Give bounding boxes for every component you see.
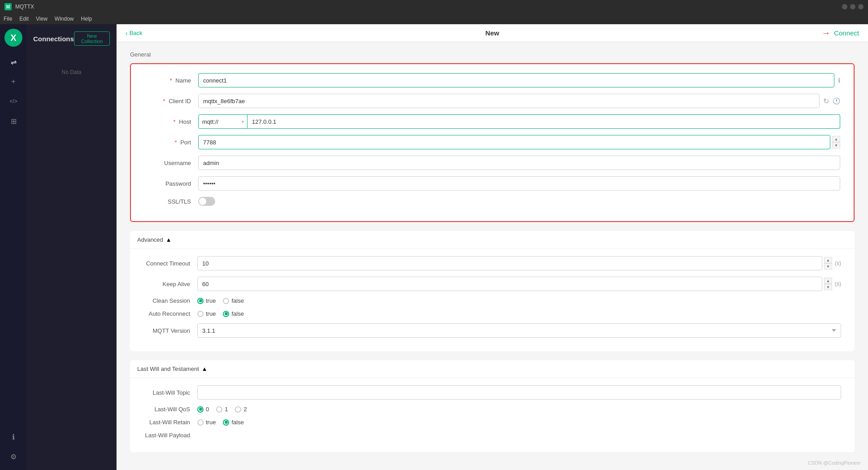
timeout-spin-down[interactable]: ▼ — [824, 263, 832, 270]
will-section-header[interactable]: Last Will and Testament ▲ — [130, 360, 855, 378]
app-name: MQTTX — [15, 4, 34, 10]
will-qos-2-radio[interactable] — [235, 406, 241, 413]
will-body: Last-Will Topic Last-Will QoS — [130, 378, 855, 452]
connect-timeout-spinner[interactable]: ▲ ▼ — [824, 257, 832, 270]
protocol-select[interactable]: mqtt:// mqtts:// ws:// wss:// — [198, 114, 247, 129]
sidebar-item-info[interactable]: ℹ — [4, 428, 22, 446]
menu-view[interactable]: View — [36, 16, 48, 22]
menu-edit[interactable]: Edit — [19, 16, 29, 22]
connect-button[interactable]: → Connect — [821, 28, 859, 38]
advanced-body: Connect Timeout ▲ ▼ (s) — [130, 249, 855, 351]
new-collection-button[interactable]: New Collection — [74, 31, 110, 46]
app-body: X ⇌ + </> ⊞ ℹ ⚙ Connections New Collecti… — [0, 24, 868, 470]
port-label: * Port — [144, 139, 198, 146]
will-topic-label: Last-Will Topic — [143, 389, 197, 396]
will-qos-options: 0 1 2 — [197, 406, 247, 413]
will-qos-0-radio[interactable] — [197, 406, 204, 413]
connect-timeout-row: Connect Timeout ▲ ▼ (s) — [143, 256, 841, 270]
port-spin-up[interactable]: ▲ — [832, 136, 840, 142]
auto-reconnect-false-radio[interactable] — [223, 311, 229, 317]
no-data-label: No Data — [27, 69, 116, 75]
keep-alive-input-wrapper: ▲ ▼ — [197, 277, 832, 291]
password-row: Password — [144, 176, 840, 191]
maximize-btn[interactable] — [850, 4, 855, 9]
mqtt-version-label: MQTT Version — [143, 327, 197, 334]
will-qos-1-radio[interactable] — [216, 406, 222, 413]
will-retain-label: Last-Will Retain — [143, 419, 197, 426]
name-label: * Name — [144, 77, 198, 84]
username-row: Username — [144, 156, 840, 170]
clock-icon[interactable]: 🕐 — [833, 97, 840, 104]
name-info-icon[interactable]: ℹ — [838, 77, 840, 84]
connect-arrow-icon: → — [821, 28, 830, 38]
connect-timeout-input-wrapper: ▲ ▼ — [197, 256, 832, 270]
auto-reconnect-true-radio[interactable] — [197, 311, 204, 317]
sidebar-item-add[interactable]: + — [4, 73, 22, 91]
username-input[interactable] — [198, 156, 840, 170]
ssl-label: SSL/TLS — [144, 198, 198, 205]
close-btn[interactable] — [858, 4, 864, 9]
sidebar-item-code[interactable]: </> — [4, 92, 22, 110]
clean-session-true-radio[interactable] — [197, 298, 204, 304]
clean-session-true-option[interactable]: true — [197, 297, 216, 304]
menubar: File Edit View Window Help — [0, 13, 868, 24]
connections-title: Connections — [33, 35, 74, 43]
will-payload-row: Last-Will Payload — [143, 432, 841, 439]
username-label: Username — [144, 160, 198, 166]
titlebar-left: M MQTTX — [4, 3, 34, 10]
will-section: Last Will and Testament ▲ Last-Will Topi… — [130, 360, 855, 452]
keep-alive-input[interactable] — [197, 277, 822, 291]
port-required-star: * — [174, 139, 177, 146]
connect-timeout-input[interactable] — [197, 256, 822, 270]
client-id-input[interactable] — [198, 94, 820, 108]
protocol-select-wrapper: mqtt:// mqtts:// ws:// wss:// — [198, 114, 247, 129]
password-input[interactable] — [198, 176, 840, 191]
timeout-spin-up[interactable]: ▲ — [824, 257, 832, 263]
host-input[interactable] — [247, 114, 840, 129]
window-controls[interactable] — [842, 4, 864, 9]
advanced-collapse-icon: ▲ — [166, 236, 172, 243]
back-button[interactable]: ‹ Back — [126, 30, 143, 37]
port-spin-down[interactable]: ▼ — [832, 142, 840, 148]
sidebar-item-connections[interactable]: ⇌ — [4, 53, 22, 71]
clean-session-false-option[interactable]: false — [223, 297, 243, 304]
ssl-toggle[interactable] — [198, 197, 215, 206]
auto-reconnect-true-label: true — [206, 310, 216, 317]
will-qos-0-option[interactable]: 0 — [197, 406, 209, 413]
host-required-star: * — [174, 118, 176, 125]
auto-reconnect-true-option[interactable]: true — [197, 310, 216, 317]
will-qos-1-option[interactable]: 1 — [216, 406, 228, 413]
back-icon: ‹ — [126, 30, 128, 37]
refresh-icon[interactable]: ↻ — [823, 97, 829, 105]
keepalive-spin-down[interactable]: ▼ — [824, 284, 832, 290]
menu-help[interactable]: Help — [81, 16, 92, 22]
will-retain-false-option[interactable]: false — [223, 419, 243, 426]
clean-session-false-radio[interactable] — [223, 298, 229, 304]
auto-reconnect-false-option[interactable]: false — [223, 310, 243, 317]
will-qos-2-option[interactable]: 2 — [235, 406, 247, 413]
keep-alive-row: Keep Alive ▲ ▼ (s) — [143, 277, 841, 291]
will-retain-false-radio[interactable] — [223, 419, 229, 426]
minimize-btn[interactable] — [842, 4, 847, 9]
menu-file[interactable]: File — [4, 16, 12, 22]
sidebar-item-settings[interactable]: ⚙ — [4, 448, 22, 466]
port-spinner[interactable]: ▲ ▼ — [832, 136, 840, 148]
will-retain-true-option[interactable]: true — [197, 419, 216, 426]
will-retain-true-radio[interactable] — [197, 419, 204, 426]
general-section-title: General — [130, 51, 855, 58]
sidebar-item-table[interactable]: ⊞ — [4, 112, 22, 130]
will-retain-options: true false — [197, 419, 244, 426]
page-title: New — [486, 29, 499, 37]
mqtt-version-select[interactable]: 3.1.1 5.0 3.1 — [197, 323, 841, 338]
will-title: Last Will and Testament — [137, 366, 199, 372]
name-input[interactable] — [198, 73, 834, 87]
clean-session-options: true false — [197, 297, 244, 304]
port-input[interactable] — [198, 135, 830, 149]
will-collapse-icon: ▲ — [202, 366, 208, 372]
keep-alive-spinner[interactable]: ▲ ▼ — [824, 278, 832, 290]
will-topic-input[interactable] — [197, 385, 841, 400]
advanced-section-header[interactable]: Advanced ▲ — [130, 231, 855, 249]
keepalive-spin-up[interactable]: ▲ — [824, 278, 832, 284]
menu-window[interactable]: Window — [55, 16, 74, 22]
port-row: * Port ▲ ▼ — [144, 135, 840, 149]
